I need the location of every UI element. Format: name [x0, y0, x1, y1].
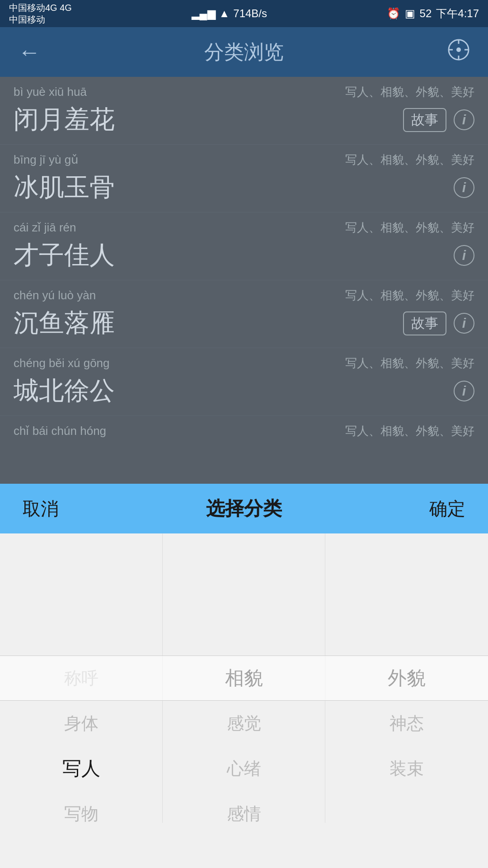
carrier1-label: 中国移动4G 4G [9, 2, 72, 14]
pinyin-row: chén yú luò yàn 写人、相貌、外貌、美好 [14, 288, 474, 303]
picker-items-1: 称呼 身体 写人 写物 写事 事理 [62, 533, 100, 823]
alarm-icon: ⏰ [387, 7, 400, 20]
list-item: bīng jī yù gǔ 写人、相貌、外貌、美好 冰肌玉骨 i [0, 145, 488, 212]
speed-label: 714B/s [233, 7, 267, 20]
tags-text: 写人、相貌、外貌、美好 [345, 355, 474, 371]
wifi-icon: ▲ [219, 7, 230, 20]
picker-item[interactable]: 身体 [62, 701, 100, 746]
picker-items-3: 外貌 神态 装束 [388, 533, 426, 791]
chinese-row: 冰肌玉骨 i [14, 170, 474, 205]
idiom-list: bì yuè xiū huā 写人、相貌、外貌、美好 闭月羞花 故事 i bīn… [0, 77, 488, 484]
app-bar: ← 分类浏览 [0, 27, 488, 77]
picker-item[interactable]: 感情 [225, 791, 263, 823]
item-actions: i [454, 245, 474, 266]
story-button[interactable]: 故事 [403, 311, 446, 335]
picker-item[interactable]: 称呼 [62, 656, 100, 701]
chinese-text: 沉鱼落雁 [14, 306, 115, 340]
pinyin-text: bīng jī yù gǔ [14, 153, 78, 167]
pinyin-row: cái zǐ jiā rén 写人、相貌、外貌、美好 [14, 220, 474, 236]
picker-container: 称呼 身体 写人 写物 写事 事理 相貌 感觉 心绪 感情 言语 外貌 神态 装… [0, 533, 488, 823]
pinyin-row: chǐ bái chún hóng 写人、相貌、外貌、美好 [14, 423, 474, 439]
status-right: ⏰ ▣ 52 下午4:17 [387, 6, 479, 21]
picker-cancel-button[interactable]: 取消 [23, 496, 59, 521]
tags-text: 写人、相貌、外貌、美好 [345, 84, 474, 100]
picker-item[interactable]: 感觉 [225, 701, 263, 746]
picker-item-selected[interactable]: 写人 [62, 746, 100, 791]
chinese-text: 冰肌玉骨 [14, 170, 115, 205]
chinese-row: 才子佳人 i [14, 238, 474, 273]
list-item: chéng běi xú gōng 写人、相貌、外貌、美好 城北徐公 i [0, 348, 488, 416]
picker-item[interactable]: 神态 [388, 701, 426, 746]
picker-items-2: 相貌 感觉 心绪 感情 言语 [225, 533, 263, 823]
pinyin-text: chén yú luò yàn [14, 288, 96, 302]
status-bar: 中国移动4G 4G 中国移动 ▂▄▆ ▲ 714B/s ⏰ ▣ 52 下午4:1… [0, 0, 488, 27]
chinese-row: 沉鱼落雁 故事 i [14, 306, 474, 340]
tags-text: 写人、相貌、外貌、美好 [345, 288, 474, 303]
list-item: bì yuè xiū huā 写人、相貌、外貌、美好 闭月羞花 故事 i [0, 77, 488, 145]
carrier-info: 中国移动4G 4G 中国移动 [9, 2, 72, 25]
picker-item[interactable]: 写物 [62, 791, 100, 823]
item-actions: 故事 i [403, 108, 474, 132]
tags-text: 写人、相貌、外貌、美好 [345, 220, 474, 236]
story-button[interactable]: 故事 [403, 108, 446, 132]
info-button[interactable]: i [454, 381, 474, 401]
tags-text: 写人、相貌、外貌、美好 [345, 152, 474, 168]
pinyin-row: bīng jī yù gǔ 写人、相貌、外貌、美好 [14, 152, 474, 168]
picker-title: 选择分类 [206, 496, 282, 521]
info-button[interactable]: i [454, 109, 474, 130]
pinyin-text: bì yuè xiū huā [14, 85, 87, 99]
picker-confirm-button[interactable]: 确定 [429, 496, 465, 521]
pinyin-text: chǐ bái chún hóng [14, 424, 106, 438]
page-title: 分类浏览 [204, 39, 284, 66]
list-item: chén yú luò yàn 写人、相貌、外貌、美好 沉鱼落雁 故事 i [0, 280, 488, 348]
item-actions: 故事 i [403, 311, 474, 335]
picker-column-1[interactable]: 称呼 身体 写人 写物 写事 事理 [0, 533, 163, 823]
list-item: cái zǐ jiā rén 写人、相貌、外貌、美好 才子佳人 i [0, 212, 488, 280]
info-button[interactable]: i [454, 313, 474, 334]
chinese-text: 闭月羞花 [14, 103, 115, 137]
pinyin-text: chéng běi xú gōng [14, 356, 110, 370]
time-label: 下午4:17 [436, 6, 479, 21]
chinese-text: 才子佳人 [14, 238, 115, 273]
chinese-text: 城北徐公 [14, 374, 115, 408]
picker-item[interactable]: 心绪 [225, 746, 263, 791]
picker-header: 取消 选择分类 确定 [0, 484, 488, 533]
signal-bars-icon: ▂▄▆ [192, 7, 216, 20]
picker-item-selected[interactable]: 相貌 [225, 656, 263, 701]
tags-text: 写人、相貌、外貌、美好 [345, 423, 474, 439]
battery-icon: ▣ [405, 7, 415, 20]
item-actions: i [454, 177, 474, 198]
back-button[interactable]: ← [18, 39, 41, 65]
pinyin-row: chéng běi xú gōng 写人、相貌、外貌、美好 [14, 355, 474, 371]
info-button[interactable]: i [454, 245, 474, 266]
battery-level: 52 [420, 7, 432, 20]
chinese-row: 城北徐公 i [14, 374, 474, 408]
pinyin-row: bì yuè xiū huā 写人、相貌、外貌、美好 [14, 84, 474, 100]
picker-column-2[interactable]: 相貌 感觉 心绪 感情 言语 [163, 533, 325, 823]
location-button[interactable] [447, 38, 470, 66]
svg-point-1 [456, 47, 461, 52]
list-item-partial: chǐ bái chún hóng 写人、相貌、外貌、美好 [0, 416, 488, 446]
signal-icons: ▂▄▆ ▲ 714B/s [192, 7, 267, 20]
picker-column-3[interactable]: 外貌 神态 装束 [325, 533, 488, 823]
picker-item[interactable]: 装束 [388, 746, 426, 791]
item-actions: i [454, 381, 474, 401]
pinyin-text: cái zǐ jiā rén [14, 221, 76, 235]
chinese-row: 闭月羞花 故事 i [14, 103, 474, 137]
info-button[interactable]: i [454, 177, 474, 198]
picker-item-selected[interactable]: 外貌 [388, 656, 426, 701]
carrier2-label: 中国移动 [9, 14, 72, 25]
